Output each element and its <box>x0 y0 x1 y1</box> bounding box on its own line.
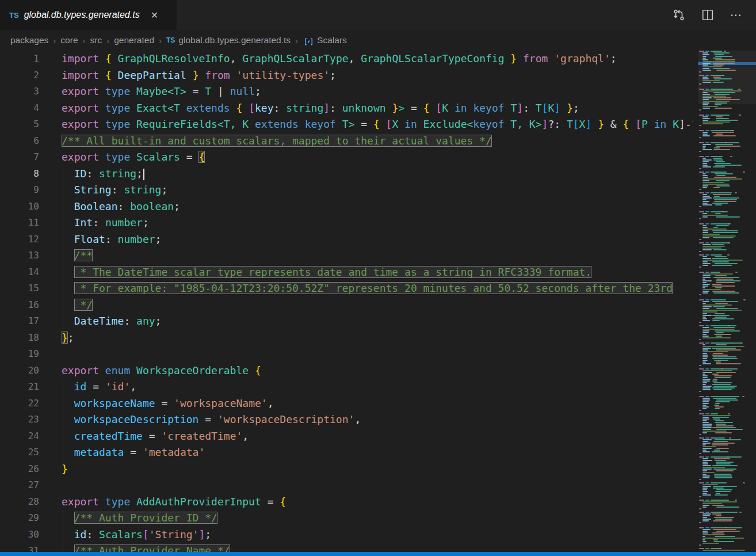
minimap-row <box>698 166 756 167</box>
code-line[interactable]: 11 Int: number; <box>0 215 693 231</box>
minimap-row <box>698 182 756 183</box>
code-line[interactable]: 16 */ <box>0 297 693 314</box>
line-number: 11 <box>0 215 39 231</box>
minimap-row <box>698 424 756 425</box>
code-line[interactable]: 31 /** Auth Provider Name */ <box>0 543 693 552</box>
breadcrumb-item-src[interactable]: src <box>90 35 102 45</box>
code-line[interactable]: 10 Boolean: boolean; <box>0 199 693 215</box>
minimap-row <box>698 223 756 224</box>
minimap-row <box>698 353 756 354</box>
minimap-row <box>698 472 756 473</box>
breadcrumb-item-core[interactable]: core <box>60 35 78 45</box>
code-line[interactable]: 13 /** <box>0 247 693 264</box>
minimap-row <box>698 544 756 546</box>
minimap-row <box>698 382 756 383</box>
code-line[interactable]: 15 * For example: "1985-04-12T23:20:50.5… <box>0 280 693 297</box>
minimap-row <box>698 51 756 52</box>
code-line[interactable]: 7export type Scalars = { <box>0 149 693 166</box>
code-text: workspaceDescription = 'workspaceDescrip… <box>39 412 693 428</box>
minimap-row <box>698 493 756 494</box>
breadcrumb-item-generated[interactable]: generated <box>114 35 154 45</box>
breadcrumb-item-file[interactable]: global.db.types.generated.ts <box>178 35 291 45</box>
code-line[interactable]: 5export type RequireFields<T, K extends … <box>0 116 693 133</box>
minimap-row <box>698 68 756 69</box>
line-number: 30 <box>0 527 39 543</box>
minimap-row <box>698 517 756 518</box>
code-line[interactable]: 27 <box>0 477 693 494</box>
tab-global-db-types[interactable]: TS global.db.types.generated.ts ✕ <box>0 0 177 30</box>
minimap-row <box>698 458 756 459</box>
minimap-row <box>698 135 756 136</box>
code-line[interactable]: 23 workspaceDescription = 'workspaceDesc… <box>0 412 693 428</box>
code-editor[interactable]: 1import { GraphQLResolveInfo, GraphQLSca… <box>0 51 693 552</box>
minimap-row <box>698 527 756 528</box>
indent-guide <box>63 247 63 264</box>
minimap-row <box>698 325 756 326</box>
minimap-row <box>698 408 756 409</box>
code-text: * The DateTime scalar type represents da… <box>39 264 693 281</box>
minimap-row <box>698 306 756 307</box>
minimap-row <box>698 548 756 549</box>
minimap-row <box>698 246 756 247</box>
code-line[interactable]: 1import { GraphQLResolveInfo, GraphQLSca… <box>0 51 693 67</box>
minimap-row <box>698 134 756 135</box>
code-line[interactable]: 24 createdTime = 'createdTime', <box>0 428 693 445</box>
minimap-row <box>698 310 756 311</box>
code-line[interactable]: 29 /** Auth Provider ID */ <box>0 510 693 527</box>
code-line[interactable]: 3export type Maybe<T> = T | null; <box>0 83 693 100</box>
code-line[interactable]: 28export type AddAuthProviderInput = { <box>0 494 693 511</box>
split-editor-icon[interactable] <box>701 8 715 22</box>
open-changes-icon[interactable] <box>672 8 686 22</box>
line-number: 29 <box>0 510 39 527</box>
code-line[interactable]: 26} <box>0 461 693 478</box>
indent-guide <box>63 313 63 330</box>
line-number: 15 <box>0 280 39 297</box>
code-text: }; <box>39 330 693 346</box>
minimap-row <box>698 54 756 55</box>
minimap[interactable] <box>698 51 756 552</box>
minimap-row <box>698 215 756 216</box>
minimap-row <box>698 444 756 445</box>
code-text: Int: number; <box>39 215 693 231</box>
minimap-row <box>698 260 756 261</box>
minimap-row <box>698 56 756 57</box>
minimap-row <box>698 216 756 218</box>
minimap-row <box>698 196 756 197</box>
code-line[interactable]: 12 Float: number; <box>0 231 693 248</box>
code-line[interactable]: 17 DateTime: any; <box>0 313 693 330</box>
code-line[interactable]: 30 id: Scalars['String']; <box>0 527 693 543</box>
minimap-row <box>698 377 756 378</box>
code-line[interactable]: 21 id = 'id', <box>0 379 693 395</box>
close-tab-icon[interactable]: ✕ <box>148 9 161 21</box>
minimap-row <box>698 322 756 323</box>
minimap-row <box>698 218 756 219</box>
code-line[interactable]: 8 ID: string; <box>0 166 693 182</box>
code-line[interactable]: 14 * The DateTime scalar type represents… <box>0 264 693 281</box>
typescript-file-icon: TS <box>9 11 19 20</box>
typescript-file-icon: TS <box>166 36 175 44</box>
minimap-row <box>698 104 756 105</box>
minimap-row <box>698 410 756 411</box>
breadcrumb-item-packages[interactable]: packages <box>10 35 48 45</box>
code-line[interactable]: 20export enum WorkspaceOrderable { <box>0 363 693 379</box>
breadcrumb-item-symbol[interactable]: Scalars <box>317 35 347 45</box>
minimap-row <box>698 273 756 275</box>
code-line[interactable]: 2import { DeepPartial } from 'utility-ty… <box>0 67 693 84</box>
minimap-row <box>698 92 756 93</box>
code-line[interactable]: 9 String: string; <box>0 182 693 199</box>
code-text: */ <box>39 297 693 314</box>
code-line[interactable]: 18}; <box>0 330 693 346</box>
minimap-row <box>698 439 756 440</box>
code-line[interactable]: 25 metadata = 'metadata' <box>0 444 693 461</box>
minimap-row <box>698 144 756 145</box>
line-number: 19 <box>0 346 39 363</box>
indent-guide <box>63 395 63 412</box>
code-line[interactable]: 6/** All built-in and custom scalars, ma… <box>0 133 693 150</box>
minimap-row <box>698 496 756 497</box>
code-line[interactable]: 19 <box>0 346 693 363</box>
code-line[interactable]: 22 workspaceName = 'workspaceName', <box>0 395 693 412</box>
code-line[interactable]: 4export type Exact<T extends { [key: str… <box>0 100 693 117</box>
more-actions-icon[interactable]: ⋯ <box>730 8 743 22</box>
line-number: 31 <box>0 543 39 552</box>
minimap-row <box>698 372 756 373</box>
